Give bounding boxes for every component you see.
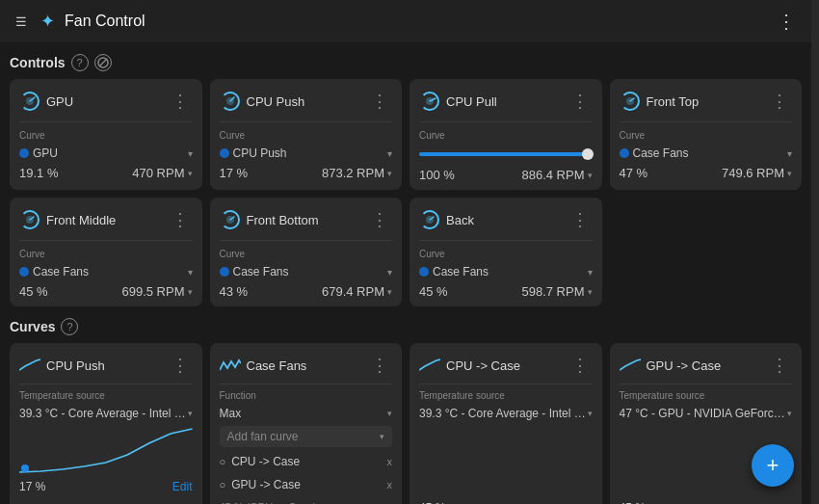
app-header: ☰ ✦ Fan Control ⋮ xyxy=(0,0,811,42)
fan-card-gpu-rpm-chevron[interactable]: ▾ xyxy=(188,169,193,178)
fan-card-front-top-title: Front Top xyxy=(647,94,700,109)
trend-icon-gpu-case xyxy=(620,358,641,372)
curve-card-case-fans-title: Case Fans xyxy=(247,358,307,373)
fan-card-front-bottom-chevron[interactable]: ▾ xyxy=(387,267,392,278)
fan-card-gpu-menu[interactable]: ⋮ xyxy=(168,89,193,114)
fan-card-gpu-title: GPU xyxy=(46,94,73,109)
curve-card-case-fans: Case Fans ⋮ Function Max ▾ Add fan curve… xyxy=(210,343,403,504)
curve-card-gpu-case-menu[interactable]: ⋮ xyxy=(767,353,792,378)
fan-card-back-menu[interactable]: ⋮ xyxy=(568,207,593,232)
curve-cpu-push-field-label: Temperature source xyxy=(19,390,193,401)
fan-card-cpu-pull: CPU Pull ⋮ Curve 100 % 886.4 RPM ▾ xyxy=(410,79,602,190)
controls-stop-icon[interactable] xyxy=(94,54,112,71)
gauge-icon-front-top xyxy=(620,91,641,112)
curve-case-fans-field-value: Max xyxy=(220,407,388,420)
fan-card-cpu-pull-rpm: 886.4 RPM ▾ xyxy=(521,168,592,182)
fan-card-cpu-push-header: CPU Push ⋮ xyxy=(220,89,393,114)
fan-card-cpu-pull-menu[interactable]: ⋮ xyxy=(568,89,593,114)
fan-card-cpu-pull-title: CPU Pull xyxy=(446,94,497,109)
gauge-icon-gpu xyxy=(19,91,40,112)
fan-card-gpu-footer: 19.1 % 470 RPM ▾ xyxy=(19,166,193,180)
curve-gpu-case-chevron[interactable]: ▾ xyxy=(787,409,792,418)
fan-card-cpu-push-menu[interactable]: ⋮ xyxy=(367,89,392,114)
fan-card-front-middle-title: Front Middle xyxy=(46,213,116,227)
fan-card-cpu-push-title: CPU Push xyxy=(247,94,305,109)
curve-cpu-push-chart xyxy=(19,426,193,474)
fan-card-front-top: Front Top ⋮ Curve Case Fans ▾ 47 % 749.6… xyxy=(610,79,803,190)
fan-card-front-bottom-menu[interactable]: ⋮ xyxy=(367,207,392,232)
fan-card-gpu: GPU ⋮ Curve GPU ▾ 19.1 % 470 RPM ▾ xyxy=(10,79,202,190)
fan-card-back-dot xyxy=(419,267,429,277)
fan-card-front-middle-chevron[interactable]: ▾ xyxy=(188,267,193,278)
fan-card-front-bottom-curve-value[interactable]: Case Fans xyxy=(233,265,384,279)
curve-card-case-fans-menu[interactable]: ⋮ xyxy=(367,353,392,378)
fan-curve-item-gpu-case-remove[interactable]: x xyxy=(387,479,393,491)
more-icon: ⋮ xyxy=(777,10,796,33)
fan-card-front-bottom: Front Bottom ⋮ Curve Case Fans ▾ 43 % 67… xyxy=(210,198,403,306)
svg-line-1 xyxy=(99,59,107,66)
fan-card-front-middle: Front Middle ⋮ Curve Case Fans ▾ 45 % 69… xyxy=(10,198,202,306)
curve-card-cpu-push-menu[interactable]: ⋮ xyxy=(168,353,193,378)
scrollbar[interactable] xyxy=(811,0,819,504)
fan-card-gpu-divider xyxy=(19,121,193,122)
fan-card-back: Back ⋮ Curve Case Fans ▾ 45 % 598.7 RPM … xyxy=(410,198,602,306)
fan-card-front-top-chevron[interactable]: ▾ xyxy=(787,148,792,159)
add-fab-button[interactable]: + xyxy=(752,444,794,487)
controls-title: Controls xyxy=(10,55,66,70)
fan-card-cpu-push-curve-value[interactable]: CPU Push xyxy=(233,146,384,160)
curves-help-icon[interactable]: ? xyxy=(61,318,78,335)
curve-cpu-case-chevron[interactable]: ▾ xyxy=(588,409,593,418)
fan-card-front-middle-menu[interactable]: ⋮ xyxy=(168,207,193,232)
fan-card-cpu-push-percent: 17 % xyxy=(220,166,249,180)
gauge-icon-front-bottom xyxy=(220,209,241,230)
fan-card-gpu-rpm: 470 RPM ▾ xyxy=(132,166,192,180)
curve-card-cpu-case: CPU -> Case ⋮ Temperature source 39.3 °C… xyxy=(410,343,602,504)
fan-card-cpu-push-rpm: 873.2 RPM ▾ xyxy=(322,166,392,180)
controls-help-icon[interactable]: ? xyxy=(71,54,89,71)
trend-icon-cpu-case xyxy=(419,358,440,372)
trend-icon-cpu-push xyxy=(19,358,40,372)
controls-section-header: Controls ? xyxy=(10,54,802,71)
fan-curve-note: 45 % (GPU -> Case) xyxy=(220,499,393,504)
fan-card-back-rpm: 598.7 RPM ▾ xyxy=(521,284,592,299)
fan-card-front-top-menu[interactable]: ⋮ xyxy=(767,89,792,114)
fan-card-gpu-header: GPU ⋮ xyxy=(19,89,193,114)
fan-card-back-curve-value[interactable]: Case Fans xyxy=(433,265,584,279)
menu-button[interactable]: ☰ xyxy=(12,11,31,33)
add-fab-icon: + xyxy=(767,453,779,478)
fan-card-back-percent: 45 % xyxy=(419,284,448,299)
fan-card-cpu-pull-percent: 100 % xyxy=(419,168,455,182)
curve-card-cpu-case-title: CPU -> Case xyxy=(446,358,520,373)
fan-curve-item-cpu-case-remove[interactable]: x xyxy=(387,456,393,467)
fan-card-front-top-rpm: 749.6 RPM ▾ xyxy=(722,166,792,180)
curve-card-cpu-case-menu[interactable]: ⋮ xyxy=(568,353,593,378)
curve-cpu-push-edit[interactable]: Edit xyxy=(172,480,193,493)
curves-title: Curves xyxy=(10,319,55,334)
fan-card-cpu-push: CPU Push ⋮ Curve CPU Push ▾ 17 % 873.2 R… xyxy=(210,79,403,190)
curves-section-header: Curves ? xyxy=(10,318,802,335)
curve-case-fans-field-label: Function xyxy=(220,390,393,401)
fan-curve-item-gpu-case: ○ GPU -> Case x xyxy=(220,476,393,493)
fan-card-cpu-push-chevron[interactable]: ▾ xyxy=(387,148,392,159)
fan-card-gpu-chevron[interactable]: ▾ xyxy=(188,148,193,159)
main-body: Controls ? GPU ⋮ xyxy=(0,42,811,504)
fan-card-front-bottom-percent: 43 % xyxy=(220,284,249,299)
more-options-button[interactable]: ⋮ xyxy=(773,6,800,37)
add-fan-curve-button[interactable]: Add fan curve ▾ xyxy=(220,426,393,447)
curve-gpu-case-field-label: Temperature source xyxy=(620,390,793,401)
fan-card-cpu-pull-slider[interactable] xyxy=(419,146,593,162)
trend-icon-case-fans xyxy=(220,358,241,372)
fan-card-front-top-curve-value[interactable]: Case Fans xyxy=(633,146,784,160)
fan-card-gpu-curve-value[interactable]: GPU xyxy=(33,146,184,160)
fan-card-front-middle-curve-value[interactable]: Case Fans xyxy=(33,265,184,279)
curve-case-fans-chevron[interactable]: ▾ xyxy=(387,409,392,418)
fan-cards-grid: GPU ⋮ Curve GPU ▾ 19.1 % 470 RPM ▾ xyxy=(10,79,802,306)
app-title: Fan Control xyxy=(65,13,145,30)
fan-card-gpu-curve-label: Curve xyxy=(19,130,193,141)
gauge-icon-front-middle xyxy=(19,209,40,230)
curve-cpu-push-chevron[interactable]: ▾ xyxy=(188,409,193,418)
fan-card-back-chevron[interactable]: ▾ xyxy=(588,267,593,278)
curve-cpu-push-field-value: 39.3 °C - Core Average - Intel Core xyxy=(19,407,188,420)
gauge-icon-back xyxy=(419,209,440,230)
fan-curve-item-cpu-case: ○ CPU -> Case x xyxy=(220,453,393,470)
